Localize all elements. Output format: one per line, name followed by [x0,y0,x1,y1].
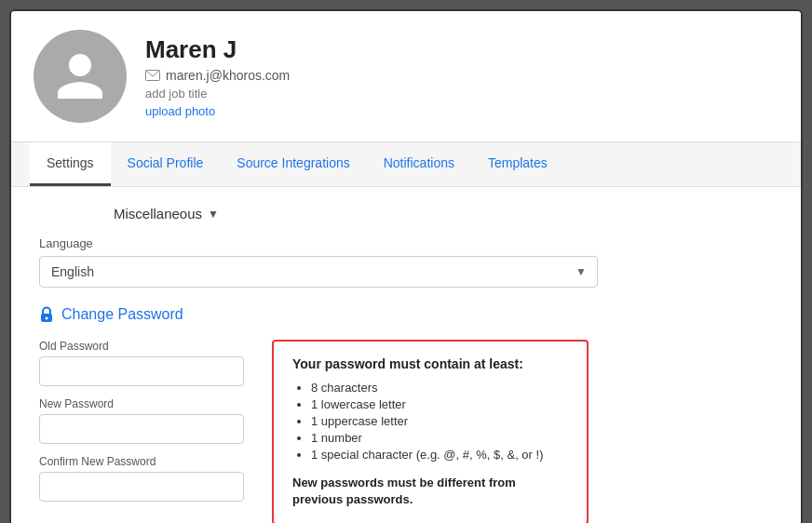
change-password-header: Change Password [39,306,773,323]
profile-info: Maren J maren.j@khoros.com add job title… [145,35,290,118]
old-password-group: Old Password [39,340,244,386]
avatar-icon [52,48,108,104]
avatar [34,30,127,123]
requirements-list: 8 characters 1 lowercase letter 1 upperc… [292,381,568,462]
password-layout: Old Password New Password Confirm New Pa… [39,340,773,523]
req-item-2: 1 lowercase letter [311,397,568,411]
tab-settings[interactable]: Settings [30,142,111,186]
profile-job-title: add job title [145,87,290,101]
profile-name: Maren J [145,35,290,64]
req-item-5: 1 special character (e.g. @, #, %, $, &,… [311,448,568,462]
miscellaneous-dropdown[interactable]: Miscellaneous ▼ [114,206,773,221]
confirm-password-group: Confirm New Password [39,455,244,502]
confirm-password-label: Confirm New Password [39,455,244,468]
svg-point-2 [46,317,48,320]
password-requirements-box: Your password must contain at least: 8 c… [272,340,589,523]
req-item-3: 1 uppercase letter [311,414,568,428]
new-password-input[interactable] [39,414,244,444]
profile-email-text: maren.j@khoros.com [166,68,290,83]
dropdown-label: Miscellaneous [114,206,202,221]
change-password-title[interactable]: Change Password [61,306,183,323]
new-password-group: New Password [39,397,244,444]
tab-notifications[interactable]: Notifications [367,142,471,186]
main-window: Maren J maren.j@khoros.com add job title… [9,9,803,523]
tab-source-integrations[interactable]: Source Integrations [220,142,366,186]
profile-email-row: maren.j@khoros.com [145,68,290,83]
profile-header: Maren J maren.j@khoros.com add job title… [11,11,801,142]
requirements-note: New passwords must be different from pre… [292,475,568,508]
language-label: Language [39,236,773,250]
tab-social-profile[interactable]: Social Profile [111,142,221,186]
password-fields: Old Password New Password Confirm New Pa… [39,340,244,502]
email-icon [145,70,160,81]
req-item-1: 8 characters [311,381,568,395]
nav-tabs: Settings Social Profile Source Integrati… [11,142,801,187]
dropdown-arrow-icon: ▼ [208,208,219,221]
main-content: Miscellaneous ▼ Language English Spanish… [11,187,801,523]
confirm-password-input[interactable] [39,472,244,502]
old-password-label: Old Password [39,340,244,353]
req-item-4: 1 number [311,431,568,445]
language-section: Language English Spanish French German P… [39,236,773,288]
new-password-label: New Password [39,397,244,410]
old-password-input[interactable] [39,356,244,386]
tab-templates[interactable]: Templates [471,142,564,186]
requirements-title: Your password must contain at least: [292,356,568,371]
language-select-wrapper: English Spanish French German Portuguese… [39,256,598,288]
upload-photo-link[interactable]: upload photo [145,104,290,118]
language-select[interactable]: English Spanish French German Portuguese [39,256,598,288]
lock-icon [39,306,54,323]
